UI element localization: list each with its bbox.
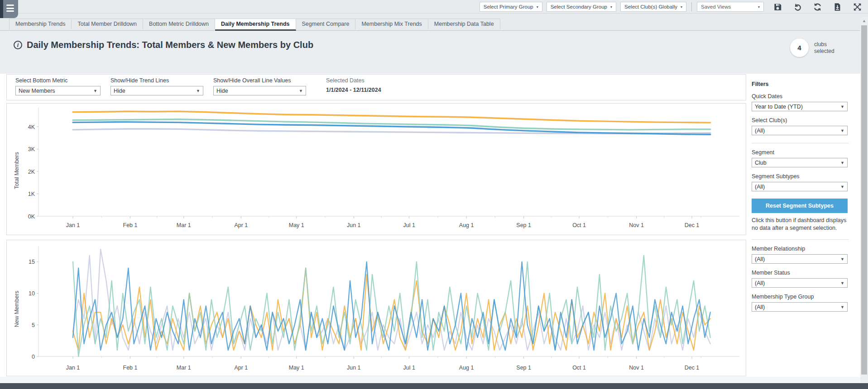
tab-membership-data-table[interactable]: Membership Data Table bbox=[428, 19, 500, 29]
reset-note: Click this button if dashboard displays … bbox=[752, 217, 847, 232]
trend-lines-select[interactable]: Hide ▼ bbox=[110, 86, 203, 95]
y-axis-title: New Members bbox=[14, 291, 20, 327]
quick-dates-select[interactable]: Year to Date (YTD) ▼ bbox=[752, 102, 848, 111]
x-tick-label: Jan 1 bbox=[66, 365, 80, 371]
scrollbar-thumb[interactable] bbox=[861, 25, 867, 375]
select-secondary-group-button[interactable]: Select Secondary Group ▾ bbox=[547, 2, 616, 12]
chevron-down-icon: ▼ bbox=[840, 128, 844, 133]
chevron-down-icon: ▼ bbox=[840, 305, 844, 309]
chevron-down-icon: ▼ bbox=[840, 257, 844, 261]
tab-daily-membership-trends[interactable]: Daily Membership Trends bbox=[215, 19, 296, 31]
tab-bar: Membership Trends Total Member Drilldown… bbox=[0, 14, 868, 31]
total-members-chart-card: 0K1K2K3K4KJan 1Feb 1Mar 1Apr 1May 1Jun 1… bbox=[6, 103, 746, 235]
filters-title: Filters bbox=[752, 81, 849, 87]
chart-controls-card: Select Bottom Metric New Members ▼ Show/… bbox=[6, 74, 746, 100]
new-members-chart-card: 051015Jan 1Feb 1Mar 1Apr 1May 1Jun 1Jul … bbox=[6, 240, 746, 376]
chevron-down-icon: ▼ bbox=[93, 89, 97, 93]
membership-type-group-value: (All) bbox=[755, 304, 765, 310]
x-tick-label: Jan 1 bbox=[66, 222, 80, 228]
sidebar-divider bbox=[752, 143, 849, 143]
clubs-selected-badge: 4 bbox=[790, 38, 809, 57]
menu-accent-strip bbox=[0, 0, 3, 18]
segment-subtypes-label: Segment Subtypes bbox=[752, 173, 849, 180]
trend-lines-label: Show/Hide Trend Lines bbox=[110, 77, 203, 84]
member-relationship-value: (All) bbox=[755, 256, 765, 262]
page-title: i Daily Membership Trends: Total Members… bbox=[14, 40, 313, 50]
undo-icon[interactable] bbox=[793, 3, 802, 11]
scrollbar-up-arrow[interactable]: ▲ bbox=[860, 19, 868, 23]
select-clubs-globally-label: Select Club(s) Globally bbox=[624, 4, 677, 9]
x-tick-label: Apr 1 bbox=[234, 222, 248, 228]
chevron-down-icon: ▾ bbox=[610, 5, 612, 9]
segment-subtypes-select[interactable]: (All) ▼ bbox=[752, 182, 848, 191]
new-members-chart[interactable]: 051015Jan 1Feb 1Mar 1Apr 1May 1Jun 1Jul … bbox=[7, 240, 746, 376]
series-line-club-amber[interactable] bbox=[73, 111, 710, 123]
x-tick-label: Oct 1 bbox=[572, 222, 586, 228]
segment-subtypes-value: (All) bbox=[755, 184, 765, 190]
x-tick-label: Sep 1 bbox=[516, 222, 531, 228]
chevron-down-icon: ▾ bbox=[681, 5, 682, 9]
clubs-selected-count: 4 bbox=[797, 44, 801, 52]
x-tick-label: May 1 bbox=[289, 365, 304, 371]
member-relationship-label: Member Relationship bbox=[752, 246, 849, 252]
select-clubs-label: Select Club(s) bbox=[752, 117, 849, 123]
overall-values-label: Show/Hide Overall Line Values bbox=[213, 77, 306, 84]
x-tick-label: Oct 1 bbox=[572, 365, 586, 371]
y-tick-label: 1K bbox=[28, 191, 35, 197]
chevron-down-icon: ▼ bbox=[840, 281, 844, 285]
tab-membership-trends[interactable]: Membership Trends bbox=[10, 19, 72, 29]
sidebar-divider bbox=[752, 239, 849, 240]
select-primary-group-label: Select Primary Group bbox=[484, 4, 533, 9]
saved-views-label: Saved Views bbox=[701, 4, 731, 9]
chevron-down-icon: ▼ bbox=[840, 185, 844, 189]
x-tick-label: Dec 1 bbox=[685, 222, 700, 228]
reset-segment-subtypes-button[interactable]: Reset Segment Subtypes bbox=[752, 199, 848, 213]
y-tick-label: 3K bbox=[28, 146, 35, 152]
y-tick-label: 0 bbox=[32, 354, 35, 360]
chevron-down-icon: ▼ bbox=[299, 89, 303, 93]
select-primary-group-button[interactable]: Select Primary Group ▾ bbox=[480, 2, 542, 12]
info-icon[interactable]: i bbox=[14, 41, 22, 49]
x-tick-label: Feb 1 bbox=[123, 222, 138, 228]
bottom-dark-bar bbox=[0, 383, 868, 389]
overall-values-select[interactable]: Hide ▼ bbox=[213, 86, 306, 95]
page-title-text: Daily Membership Trends: Total Members &… bbox=[27, 40, 313, 50]
chevron-down-icon: ▼ bbox=[196, 89, 200, 93]
tab-segment-compare[interactable]: Segment Compare bbox=[296, 19, 356, 29]
bottom-metric-label: Select Bottom Metric bbox=[15, 77, 101, 84]
total-members-chart[interactable]: 0K1K2K3K4KJan 1Feb 1Mar 1Apr 1May 1Jun 1… bbox=[7, 104, 746, 235]
membership-type-group-select[interactable]: (All) ▼ bbox=[752, 302, 848, 312]
top-toolbar: Select Primary Group ▾ Select Secondary … bbox=[0, 0, 868, 14]
tab-bottom-metric-drilldown[interactable]: Bottom Metric Drilldown bbox=[143, 19, 215, 29]
x-tick-label: Jun 1 bbox=[347, 365, 361, 371]
x-tick-label: Nov 1 bbox=[629, 222, 644, 228]
hamburger-icon bbox=[6, 5, 14, 14]
tab-total-member-drilldown[interactable]: Total Member Drilldown bbox=[72, 19, 143, 29]
hamburger-menu-button[interactable] bbox=[0, 0, 18, 18]
download-icon[interactable] bbox=[833, 3, 842, 11]
chevron-down-icon: ▼ bbox=[840, 161, 844, 165]
saved-views-dropdown[interactable]: Saved Views ▾ bbox=[697, 2, 764, 12]
y-tick-label: 0K bbox=[28, 213, 35, 220]
save-icon[interactable] bbox=[773, 3, 782, 11]
title-band: i Daily Membership Trends: Total Members… bbox=[0, 31, 868, 74]
tab-membership-mix-trends[interactable]: Membership Mix Trends bbox=[355, 19, 428, 29]
member-status-select[interactable]: (All) ▼ bbox=[752, 278, 848, 288]
refresh-icon[interactable] bbox=[813, 3, 822, 11]
x-tick-label: Mar 1 bbox=[177, 365, 191, 371]
overall-values-value: Hide bbox=[216, 88, 228, 94]
segment-value: Club bbox=[755, 160, 767, 166]
select-clubs-globally-button[interactable]: Select Club(s) Globally ▾ bbox=[620, 2, 686, 12]
bottom-metric-select[interactable]: New Members ▼ bbox=[15, 86, 101, 95]
clubs-selected-label: clubs selected bbox=[814, 41, 834, 55]
x-tick-label: Dec 1 bbox=[685, 365, 700, 371]
filters-sidebar: Filters Quick Dates Year to Date (YTD) ▼… bbox=[752, 74, 849, 312]
expand-icon[interactable] bbox=[853, 3, 862, 11]
member-relationship-select[interactable]: (All) ▼ bbox=[752, 254, 848, 264]
select-clubs-select[interactable]: (All) ▼ bbox=[752, 126, 848, 135]
selected-dates-value: 1/1/2024 - 12/11/2024 bbox=[326, 87, 381, 93]
segment-select[interactable]: Club ▼ bbox=[752, 158, 848, 167]
select-secondary-group-label: Select Secondary Group bbox=[551, 4, 607, 9]
trend-lines-value: Hide bbox=[114, 88, 125, 94]
vertical-scrollbar[interactable]: ▲ bbox=[860, 17, 868, 383]
